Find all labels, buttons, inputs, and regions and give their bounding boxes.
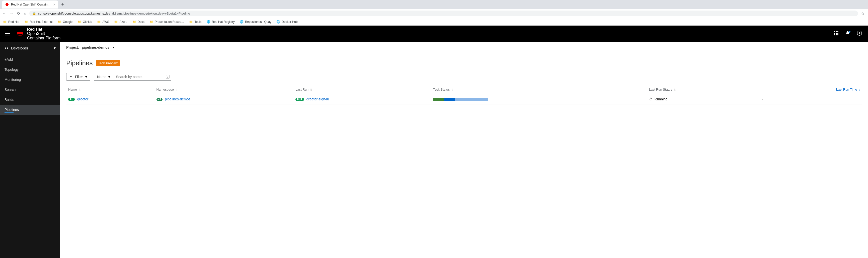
pipeline-badge: PL	[68, 97, 75, 101]
table-row: PL greeter NS pipelines-demos PLR greete…	[66, 94, 862, 105]
app: Red Hat OpenShift Container Platform	[0, 26, 868, 258]
col-last-run[interactable]: Last Run⇅	[293, 85, 431, 94]
tab-favicon	[5, 2, 9, 6]
browser-chrome: Red Hat OpenShift Container Pla × + ← → …	[0, 0, 868, 26]
sidebar-item-builds[interactable]: Builds	[0, 95, 60, 105]
project-label: Project:	[66, 45, 79, 50]
folder-icon: 📁	[57, 20, 61, 24]
bookmark-star-icon[interactable]: ☆	[861, 11, 865, 16]
sidebar-item-monitoring[interactable]: Monitoring	[0, 75, 60, 85]
status-segment-complete	[433, 97, 444, 101]
sidebar-item-search[interactable]: Search	[0, 85, 60, 95]
col-label: Last Run Status	[649, 88, 672, 91]
reload-button[interactable]: ⟳	[17, 11, 20, 16]
folder-icon: 📁	[78, 20, 81, 24]
task-status-bar	[433, 97, 488, 101]
bookmark-google[interactable]: 📁Google	[57, 20, 72, 24]
app-launcher-icon[interactable]	[834, 31, 838, 36]
chevron-down-icon: ▾	[85, 75, 87, 79]
globe-icon: 🌐	[240, 20, 244, 24]
status-label: Running	[655, 97, 668, 101]
page-heading: Pipelines Tech Preview	[66, 59, 862, 67]
tab-bar: Red Hat OpenShift Container Pla × +	[0, 0, 868, 9]
col-task-status[interactable]: Task Status⇅	[431, 85, 647, 94]
bookmark-label: Docker Hub	[282, 20, 298, 24]
perspective-switcher[interactable]: Developer ▾	[0, 42, 60, 54]
folder-icon: 📁	[3, 20, 7, 24]
bookmark-label: Repositories · Quay	[245, 20, 271, 24]
bookmark-dockerhub[interactable]: 🌐Docker Hub	[276, 20, 298, 24]
new-tab-button[interactable]: +	[61, 2, 64, 7]
url-box[interactable]: 🔒 console-openshift-console.apps.gcp.kam…	[29, 10, 858, 16]
col-label: Last Run Time	[836, 88, 857, 91]
sort-icon: ⇅	[451, 88, 454, 91]
code-icon	[4, 46, 8, 50]
bookmark-github[interactable]: 📁GitHub	[78, 20, 92, 24]
col-last-run-status[interactable]: Last Run Status⇅	[647, 85, 760, 94]
filter-label: Filter	[75, 75, 83, 79]
cell-last-run-time: -	[760, 94, 862, 105]
forward-button[interactable]: →	[9, 11, 13, 16]
search-input[interactable]	[113, 73, 166, 80]
bookmark-redhat-external[interactable]: 📁Red Hat External	[24, 20, 53, 24]
page-title: Pipelines	[66, 59, 93, 67]
sync-icon	[649, 97, 653, 101]
brand-line1: Red Hat	[27, 27, 42, 31]
svg-rect-2	[836, 31, 837, 32]
filter-button[interactable]: Filter ▾	[66, 73, 90, 81]
folder-icon: 📁	[24, 20, 28, 24]
home-button[interactable]: ⌂	[24, 11, 26, 16]
svg-rect-5	[836, 33, 837, 34]
namespace-link[interactable]: pipelines-demos	[165, 97, 190, 101]
bookmark-registry[interactable]: 🌐Red Hat Registry	[207, 20, 235, 24]
bookmark-label: Red Hat Registry	[212, 20, 235, 24]
col-name[interactable]: Name⇅	[66, 85, 154, 94]
toolbar: Filter ▾ Name ▾ /	[66, 73, 862, 81]
filter-type-select[interactable]: Name ▾	[94, 73, 113, 80]
bookmark-presentation[interactable]: 📁Presentation Resou…	[150, 20, 184, 24]
lock-icon: 🔒	[32, 12, 36, 15]
cell-last-run: PLR greeter-slqh4u	[293, 94, 431, 105]
brand-text: Red Hat OpenShift Container Platform	[27, 27, 60, 40]
back-button[interactable]: ←	[2, 11, 6, 16]
svg-rect-3	[837, 31, 838, 32]
col-label: Task Status	[433, 88, 450, 91]
sidebar-item-topology[interactable]: Topology	[0, 64, 60, 75]
close-icon[interactable]: ×	[53, 2, 55, 6]
notifications-icon[interactable]	[845, 31, 850, 36]
svg-rect-6	[837, 33, 838, 34]
svg-point-0	[5, 3, 8, 6]
pipelinerun-link[interactable]: greeter-slqh4u	[307, 97, 329, 101]
bookmark-label: AWS	[102, 20, 109, 24]
filter-icon	[69, 75, 72, 78]
cell-namespace: NS pipelines-demos	[154, 94, 293, 105]
pipeline-link[interactable]: greeter	[77, 97, 88, 101]
filter-type-label: Name	[97, 75, 106, 79]
bookmark-label: Azure	[119, 20, 127, 24]
svg-rect-9	[837, 34, 838, 35]
bookmark-docs[interactable]: 📁Docs	[132, 20, 145, 24]
add-icon[interactable]	[857, 31, 862, 37]
sidebar-item-add[interactable]: +Add	[0, 54, 60, 64]
masthead-left: Red Hat OpenShift Container Platform	[3, 27, 60, 40]
svg-rect-8	[836, 34, 837, 35]
sort-icon: ⇅	[310, 88, 312, 91]
bookmark-quay[interactable]: 🌐Repositories · Quay	[240, 20, 271, 24]
folder-icon: 📁	[132, 20, 136, 24]
folder-icon: 📁	[97, 20, 101, 24]
bookmark-redhat[interactable]: 📁Red Hat	[3, 20, 19, 24]
sidebar-item-pipelines[interactable]: Pipelines	[0, 105, 60, 115]
brand-line2: OpenShift	[27, 31, 45, 36]
bookmark-azure[interactable]: 📁Azure	[114, 20, 127, 24]
page-body: Pipelines Tech Preview Filter ▾ Name ▾	[60, 53, 868, 110]
bookmark-label: GitHub	[83, 20, 92, 24]
svg-rect-7	[834, 34, 835, 35]
bookmark-aws[interactable]: 📁AWS	[97, 20, 109, 24]
brand[interactable]: Red Hat OpenShift Container Platform	[16, 27, 60, 40]
hamburger-button[interactable]	[3, 30, 12, 37]
project-selector[interactable]: Project: pipelines-demos ▼	[60, 42, 868, 53]
bookmark-tools[interactable]: 📁Tools	[189, 20, 202, 24]
col-last-run-time[interactable]: Last Run Time↓	[760, 85, 862, 94]
col-namespace[interactable]: Namespace⇅	[154, 85, 293, 94]
browser-tab[interactable]: Red Hat OpenShift Container Pla ×	[2, 0, 58, 8]
